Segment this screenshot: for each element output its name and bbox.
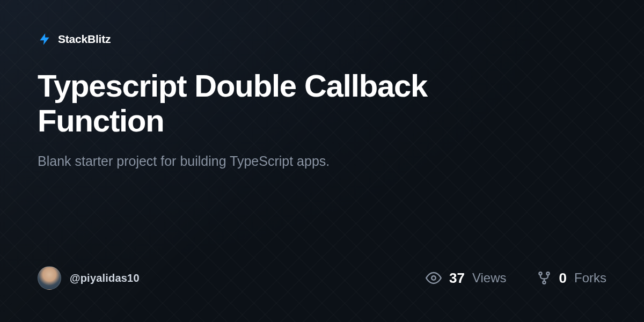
stats-block: 37 Views 0 Forks xyxy=(426,270,606,287)
author-handle: @piyalidas10 xyxy=(70,272,140,284)
forks-stat: 0 Forks xyxy=(537,270,606,287)
brand-name: StackBlitz xyxy=(58,33,111,46)
footer-row: @piyalidas10 37 Views xyxy=(38,266,606,290)
eye-icon xyxy=(426,270,442,286)
brand-row: StackBlitz xyxy=(38,32,606,46)
project-title: Typescript Double Callback Function xyxy=(38,69,547,138)
avatar xyxy=(38,266,61,290)
card-content: StackBlitz Typescript Double Callback Fu… xyxy=(0,0,644,322)
views-stat: 37 Views xyxy=(426,270,507,287)
fork-icon xyxy=(537,270,552,286)
svg-point-0 xyxy=(431,276,436,280)
forks-count: 0 xyxy=(559,270,567,287)
lightning-bolt-icon xyxy=(38,32,52,46)
views-count: 37 xyxy=(449,270,465,287)
project-description: Blank starter project for building TypeS… xyxy=(38,153,606,169)
views-label: Views xyxy=(472,270,507,286)
author-block[interactable]: @piyalidas10 xyxy=(38,266,140,290)
forks-label: Forks xyxy=(574,270,606,286)
